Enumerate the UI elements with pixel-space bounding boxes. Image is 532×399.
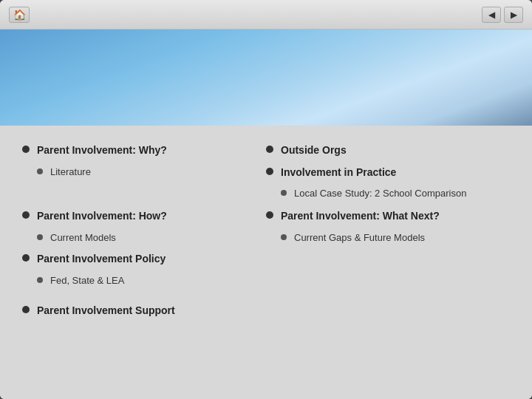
- bullet-circle-outside-orgs: [266, 146, 273, 153]
- bullet-why: Parent Involvement: Why?: [22, 143, 266, 158]
- sub-literature: Literature: [22, 166, 266, 179]
- bullet-circle-support: [22, 306, 30, 313]
- bullet-circle-current-models: [37, 234, 43, 240]
- sub-current-gaps: Current Gaps & Future Models: [266, 231, 510, 245]
- bullet-circle-what-next: [266, 211, 273, 219]
- bullet-policy: Parent Involvement Policy: [22, 252, 266, 267]
- bullet-circle-local-case: [281, 190, 287, 196]
- label-why: Parent Involvement: Why?: [37, 143, 167, 158]
- label-outside-orgs: Outside Orgs: [281, 143, 347, 158]
- main-window: 🏠 ◀ ▶ Parent Involvement: Why? Literatur…: [0, 0, 532, 399]
- empty-policy-right: [266, 252, 510, 295]
- label-involvement: Involvement in Practice: [281, 166, 396, 180]
- back-icon: ◀: [488, 10, 495, 20]
- content-area: Parent Involvement: Why? Literature Outs…: [0, 126, 532, 399]
- label-how: Parent Involvement: How?: [37, 209, 167, 224]
- label-fed-state: Fed, State & LEA: [50, 274, 124, 287]
- label-support: Parent Involvement Support: [37, 304, 175, 318]
- bullet-circle-how: [22, 211, 30, 219]
- section-support: Parent Involvement Support: [22, 304, 266, 326]
- title-bar: 🏠 ◀ ▶: [0, 0, 532, 30]
- label-what-next: Parent Involvement: What Next?: [281, 209, 440, 224]
- bullet-support: Parent Involvement Support: [22, 304, 266, 318]
- forward-button[interactable]: ▶: [504, 7, 523, 23]
- section-how: Parent Involvement: How? Current Models: [22, 209, 266, 252]
- label-local-case-study: Local Case Study: 2 School Comparison: [294, 187, 466, 200]
- bullet-circle-why: [22, 146, 30, 153]
- bullet-how: Parent Involvement: How?: [22, 209, 266, 224]
- bullet-circle-fed-state: [37, 277, 43, 283]
- title-bar-left: 🏠: [9, 7, 30, 23]
- bullet-circle-involvement: [266, 168, 273, 175]
- label-policy: Parent Involvement Policy: [37, 252, 166, 267]
- bullet-circle-policy: [22, 254, 30, 262]
- section-policy: Parent Involvement Policy Fed, State & L…: [22, 252, 266, 295]
- back-button[interactable]: ◀: [482, 7, 501, 23]
- home-icon: 🏠: [13, 9, 26, 21]
- label-literature: Literature: [50, 166, 91, 179]
- section-outside-orgs: Outside Orgs Involvement in Practice Loc…: [266, 143, 510, 208]
- label-current-gaps: Current Gaps & Future Models: [294, 231, 425, 245]
- forward-icon: ▶: [511, 10, 517, 20]
- bullet-circle-current-gaps: [281, 234, 287, 240]
- sub-fed-state: Fed, State & LEA: [22, 274, 266, 287]
- bullet-outside-orgs: Outside Orgs: [266, 143, 510, 158]
- title-bar-right: ◀ ▶: [482, 7, 523, 23]
- header-banner: [0, 30, 532, 126]
- sub-current-models: Current Models: [22, 231, 266, 245]
- bullet-involvement: Involvement in Practice: [266, 166, 510, 180]
- sub-local-case-study: Local Case Study: 2 School Comparison: [266, 187, 510, 200]
- bullet-circle-literature: [37, 168, 43, 174]
- bullet-what-next: Parent Involvement: What Next?: [266, 209, 510, 224]
- label-current-models: Current Models: [50, 231, 116, 245]
- section-why: Parent Involvement: Why? Literature: [22, 143, 266, 208]
- home-button[interactable]: 🏠: [9, 7, 30, 23]
- section-what-next: Parent Involvement: What Next? Current G…: [266, 209, 510, 252]
